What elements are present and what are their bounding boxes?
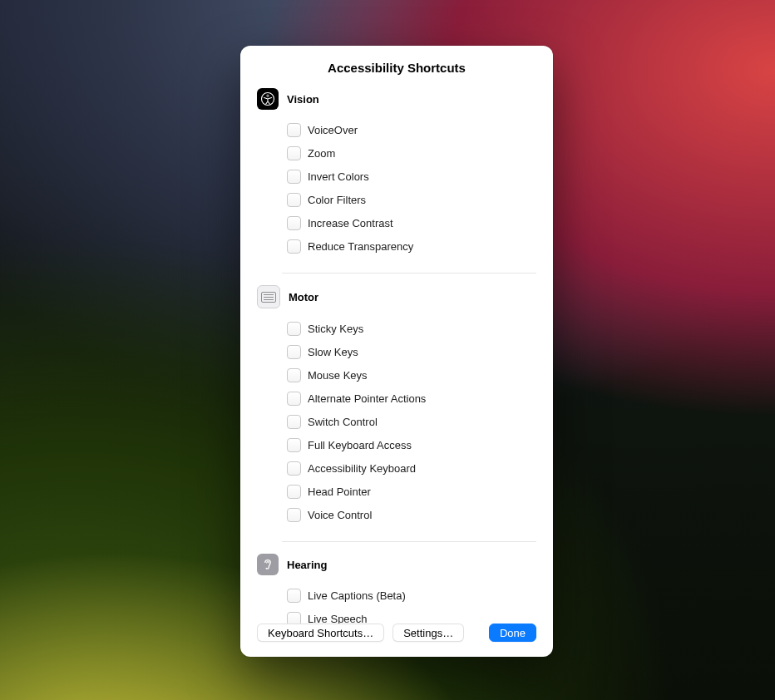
option-invert-colors[interactable]: Invert Colors: [287, 165, 536, 188]
option-label: Invert Colors: [308, 170, 369, 183]
option-sticky-keys[interactable]: Sticky Keys: [287, 317, 536, 340]
accessibility-icon: [257, 88, 279, 110]
option-label: Switch Control: [308, 416, 378, 428]
option-label: VoiceOver: [308, 124, 358, 136]
option-label: Full Keyboard Access: [308, 439, 412, 451]
accessibility-shortcuts-panel: Accessibility Shortcuts Vision VoiceOver…: [240, 46, 553, 657]
divider: [282, 541, 536, 542]
option-label: Head Pointer: [308, 486, 371, 498]
keyboard-shortcuts-button[interactable]: Keyboard Shortcuts…: [257, 624, 384, 642]
option-label: Live Speech: [308, 613, 368, 624]
keyboard-icon: [257, 285, 280, 308]
option-label: Voice Control: [308, 509, 372, 521]
option-mouse-keys[interactable]: Mouse Keys: [287, 363, 536, 387]
section-vision: Vision VoiceOver Zoom Invert Colors Colo…: [257, 88, 536, 264]
option-live-speech[interactable]: Live Speech: [287, 607, 536, 624]
checkbox[interactable]: [287, 170, 301, 184]
checkbox[interactable]: [287, 485, 301, 499]
section-header: Motor: [257, 285, 536, 308]
option-increase-contrast[interactable]: Increase Contrast: [287, 211, 536, 234]
svg-point-1: [267, 95, 269, 96]
settings-button[interactable]: Settings…: [392, 624, 464, 642]
checkbox[interactable]: [287, 322, 301, 336]
option-live-captions[interactable]: Live Captions (Beta): [287, 584, 536, 607]
checkbox[interactable]: [287, 239, 301, 254]
option-label: Zoom: [308, 147, 335, 160]
checkbox[interactable]: [287, 392, 301, 406]
option-alternate-pointer-actions[interactable]: Alternate Pointer Actions: [287, 387, 536, 410]
option-label: Color Filters: [308, 194, 366, 206]
divider: [282, 273, 536, 274]
option-label: Slow Keys: [308, 346, 358, 358]
section-header: Vision: [257, 88, 536, 110]
section-motor: Motor Sticky Keys Slow Keys Mouse Keys A…: [257, 285, 536, 533]
section-title: Motor: [289, 291, 318, 303]
option-voiceover[interactable]: VoiceOver: [287, 118, 536, 141]
checkbox[interactable]: [287, 508, 301, 522]
option-reduce-transparency[interactable]: Reduce Transparency: [287, 234, 536, 258]
section-hearing: Hearing Live Captions (Beta) Live Speech: [257, 554, 536, 624]
checkbox[interactable]: [287, 146, 301, 160]
panel-content: Vision VoiceOver Zoom Invert Colors Colo…: [240, 88, 553, 624]
option-color-filters[interactable]: Color Filters: [287, 188, 536, 211]
checkbox[interactable]: [287, 193, 301, 207]
option-voice-control[interactable]: Voice Control: [287, 503, 536, 526]
option-slow-keys[interactable]: Slow Keys: [287, 340, 536, 363]
option-label: Alternate Pointer Actions: [308, 392, 426, 405]
option-accessibility-keyboard[interactable]: Accessibility Keyboard: [287, 456, 536, 480]
panel-footer: Keyboard Shortcuts… Settings… Done: [240, 624, 553, 657]
option-label: Live Captions (Beta): [308, 589, 406, 602]
checkbox[interactable]: [287, 438, 301, 452]
option-label: Mouse Keys: [308, 369, 368, 382]
option-zoom[interactable]: Zoom: [287, 141, 536, 165]
ear-icon: [257, 554, 279, 575]
section-header: Hearing: [257, 554, 536, 575]
option-label: Reduce Transparency: [308, 240, 413, 253]
option-label: Sticky Keys: [308, 323, 363, 335]
checkbox[interactable]: [287, 415, 301, 429]
option-label: Accessibility Keyboard: [308, 462, 416, 475]
checkbox[interactable]: [287, 589, 301, 603]
checkbox[interactable]: [287, 368, 301, 382]
checkbox[interactable]: [287, 345, 301, 359]
option-head-pointer[interactable]: Head Pointer: [287, 480, 536, 503]
panel-title: Accessibility Shortcuts: [240, 46, 553, 88]
option-full-keyboard-access[interactable]: Full Keyboard Access: [287, 433, 536, 456]
checkbox[interactable]: [287, 461, 301, 476]
section-title: Vision: [287, 93, 319, 106]
done-button[interactable]: Done: [489, 624, 536, 642]
checkbox[interactable]: [287, 612, 301, 624]
checkbox[interactable]: [287, 216, 301, 230]
checkbox[interactable]: [287, 123, 301, 137]
option-label: Increase Contrast: [308, 217, 393, 229]
section-title: Hearing: [287, 559, 327, 571]
option-switch-control[interactable]: Switch Control: [287, 410, 536, 433]
